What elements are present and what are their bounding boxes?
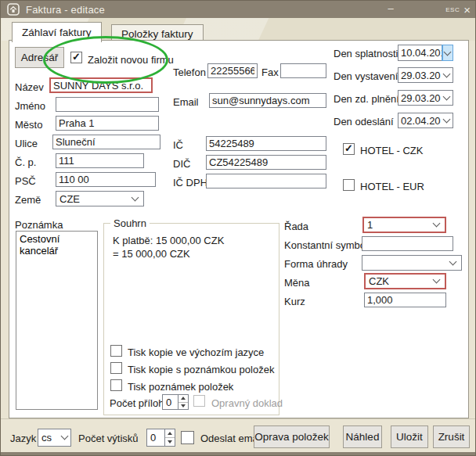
souhrn-line2: = 15 000,00 CZK bbox=[113, 248, 190, 260]
den-vystaveni-label: Den vystavení bbox=[334, 70, 398, 82]
stepper-buttons[interactable] bbox=[178, 395, 188, 409]
kurz-field[interactable] bbox=[364, 293, 446, 307]
zalozit-novou-firmu-label: Založit novou firmu bbox=[88, 54, 174, 66]
zrusit-button[interactable]: Zrušit bbox=[433, 425, 470, 448]
title-bar: Faktura - editace – ESC × bbox=[1, 1, 476, 18]
hotel-czk-checkbox[interactable] bbox=[343, 143, 355, 155]
psc-label: PSČ bbox=[15, 175, 36, 187]
poznamka-textarea[interactable]: Cestovní kancelář bbox=[16, 231, 98, 410]
den-zd-plneni-combo[interactable]: 29.03.2019 bbox=[398, 90, 453, 106]
cp-label: Č. p. bbox=[15, 156, 36, 168]
minimize-button[interactable]: – bbox=[383, 2, 398, 16]
window-title: Faktura - editace bbox=[26, 4, 105, 16]
ulice-label: Ulice bbox=[15, 138, 38, 149]
pocet-priloh-label: Počet příloh bbox=[110, 397, 164, 409]
opravny-doklad-checkbox bbox=[193, 395, 205, 407]
rada-label: Řada bbox=[284, 221, 308, 232]
fax-label: Fax bbox=[261, 66, 279, 78]
dic-field[interactable] bbox=[206, 155, 326, 170]
poznamka-label: Poznámka bbox=[15, 219, 63, 231]
nahled-button[interactable]: Náhled bbox=[343, 425, 382, 448]
close-x-icon: × bbox=[463, 4, 471, 16]
cp-field[interactable] bbox=[56, 153, 144, 168]
ic-label: IČ bbox=[173, 139, 183, 151]
souhrn-legend: Souhrn bbox=[110, 217, 150, 229]
fax-field[interactable] bbox=[280, 63, 326, 78]
pocet-priloh-value: 0 bbox=[163, 395, 178, 409]
date-dropdown-button[interactable] bbox=[442, 45, 453, 60]
tisk-poznamek-checkbox[interactable] bbox=[110, 379, 122, 391]
ulice-field[interactable] bbox=[52, 135, 160, 149]
psc-field[interactable] bbox=[56, 172, 156, 187]
kurz-label: Kurz bbox=[284, 296, 305, 307]
email-label: Email bbox=[173, 96, 199, 108]
den-zd-plneni-value: 29.03.2019 bbox=[401, 92, 441, 104]
den-zd-plneni-label: Den zd. plnění bbox=[334, 93, 399, 105]
zalozit-novou-firmu-checkbox[interactable] bbox=[70, 52, 82, 63]
rada-value: 1 bbox=[367, 219, 431, 231]
stepper-up-icon[interactable] bbox=[178, 395, 188, 403]
hotel-eur-label: HOTEL - EUR bbox=[360, 181, 424, 192]
stepper-down-icon[interactable] bbox=[178, 403, 188, 410]
chevron-down-icon bbox=[61, 433, 69, 440]
nazev-field[interactable] bbox=[49, 77, 153, 93]
ulozit-button[interactable]: Uložit bbox=[391, 425, 428, 448]
souhrn-line1: K platbě: 15 000,00 CZK bbox=[113, 235, 224, 246]
nazev-label: Název bbox=[15, 81, 44, 93]
rada-combo[interactable]: 1 bbox=[362, 217, 446, 233]
ic-field[interactable] bbox=[206, 136, 326, 151]
jmeno-label: Jméno bbox=[15, 100, 45, 112]
zeme-combo[interactable]: CZE bbox=[56, 191, 144, 206]
forma-uhrady-combo[interactable] bbox=[362, 255, 462, 271]
zeme-value: CZE bbox=[60, 193, 129, 205]
den-splatnosti-value: 10.04.2019 bbox=[401, 47, 442, 59]
chevron-down-icon bbox=[433, 276, 441, 284]
mesto-field[interactable] bbox=[56, 116, 159, 131]
stepper-down-icon[interactable] bbox=[165, 438, 175, 446]
adresar-button[interactable]: Adresář bbox=[15, 47, 64, 68]
jmeno-field[interactable] bbox=[56, 97, 159, 112]
chevron-down-icon bbox=[443, 70, 451, 77]
hotel-eur-checkbox[interactable] bbox=[343, 179, 355, 191]
odeslat-emailem-checkbox[interactable] bbox=[181, 431, 194, 444]
pocet-vytisku-value: 0 bbox=[147, 429, 164, 446]
chevron-down-icon bbox=[132, 193, 139, 201]
forma-uhrady-label: Forma úhrady bbox=[284, 258, 348, 270]
stepper-buttons[interactable] bbox=[164, 429, 175, 446]
icdph-label: IČ DPH bbox=[173, 177, 207, 189]
esc-hint: ESC bbox=[445, 6, 460, 13]
icdph-field[interactable] bbox=[206, 174, 326, 189]
den-odeslani-combo[interactable]: 02.04.2019 bbox=[398, 113, 453, 128]
mena-combo[interactable]: CZK bbox=[364, 273, 446, 289]
chevron-down-icon bbox=[433, 220, 441, 228]
jazyk-value: cs bbox=[41, 432, 59, 443]
tab-strip: Záhlaví faktury Položky faktury bbox=[2, 18, 476, 41]
pocet-vytisku-stepper[interactable]: 0 bbox=[146, 429, 175, 447]
email-field[interactable] bbox=[209, 93, 326, 108]
tisk-kopie-poznamka-checkbox[interactable] bbox=[110, 362, 122, 374]
pocet-priloh-stepper[interactable]: 0 bbox=[162, 394, 189, 410]
den-odeslani-label: Den odeslání bbox=[334, 116, 394, 127]
close-button[interactable]: ESC × bbox=[445, 2, 471, 17]
stepper-up-icon[interactable] bbox=[165, 429, 175, 438]
konstantni-symbol-field[interactable] bbox=[362, 236, 453, 251]
pocet-vytisku-label: Počet výtisků bbox=[78, 433, 139, 444]
den-vystaveni-value: 29.03.2019 bbox=[401, 70, 441, 81]
den-splatnosti-combo[interactable]: 10.04.2019 bbox=[398, 45, 453, 61]
tisk-poznamek-label: Tisk poznámek položek bbox=[128, 381, 233, 393]
jazyk-combo[interactable]: cs bbox=[38, 429, 71, 447]
dic-label: DIČ bbox=[173, 158, 190, 170]
invoice-edit-dialog: Faktura - editace – ESC × Záhlaví faktur… bbox=[0, 0, 476, 456]
hotel-czk-label: HOTEL - CZK bbox=[360, 145, 423, 156]
app-house-icon bbox=[7, 3, 20, 16]
den-vystaveni-combo[interactable]: 29.03.2019 bbox=[398, 67, 453, 83]
tab-zahlavi-faktury[interactable]: Záhlaví faktury bbox=[12, 22, 102, 42]
den-splatnosti-label: Den splatnosti bbox=[334, 48, 398, 59]
opravny-doklad-label: Opravný doklad bbox=[211, 397, 283, 409]
tisk-kopie-jazyk-checkbox[interactable] bbox=[110, 345, 122, 357]
window-bottom-border bbox=[1, 452, 476, 456]
telefon-field[interactable] bbox=[207, 63, 258, 78]
zeme-label: Země bbox=[15, 194, 41, 206]
oprava-polozek-button[interactable]: Oprava položek bbox=[254, 425, 330, 448]
jazyk-label: Jazyk bbox=[10, 433, 36, 444]
